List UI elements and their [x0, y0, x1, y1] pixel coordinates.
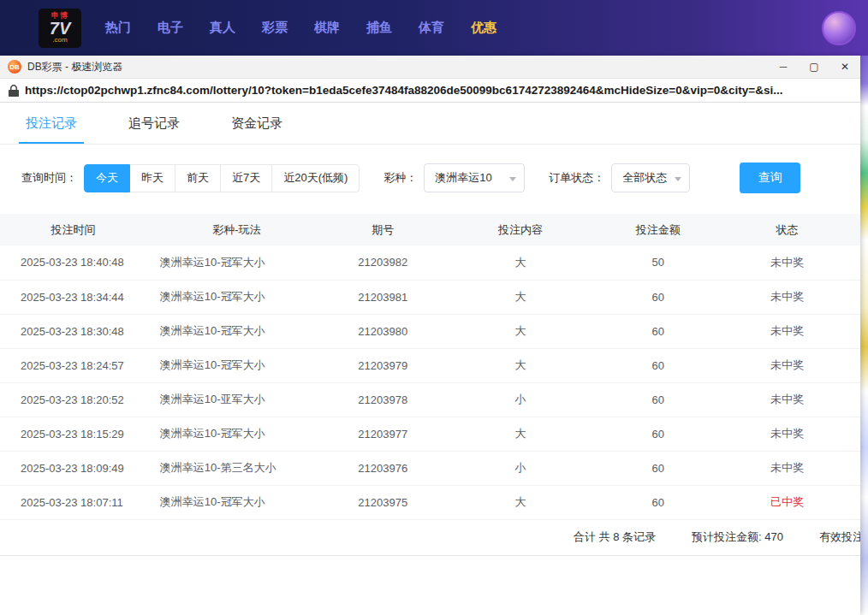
cell-issue: 21203980: [327, 314, 439, 348]
cell-game: 澳洲幸运10-亚军大小: [146, 382, 327, 417]
header-status: 状态: [714, 214, 860, 245]
cell-issue: 21203981: [327, 280, 439, 314]
cell-content: 大: [439, 314, 603, 348]
chevron-down-icon: [509, 177, 516, 181]
main-nav: 热门电子真人彩票棋牌捕鱼体育优惠: [105, 20, 523, 36]
cell-issue: 21203979: [327, 348, 439, 382]
logo-main-text: 7V: [50, 20, 70, 37]
lottery-select-value: 澳洲幸运10: [435, 170, 491, 186]
cell-issue: 21203978: [327, 382, 439, 417]
header-bet-amount: 投注金额: [602, 214, 714, 245]
table-body: 2025-03-23 18:40:48澳洲幸运10-冠军大小21203982大5…: [0, 245, 860, 519]
record-tabs: 投注记录 追号记录 资金记录: [0, 103, 860, 145]
bet-records-table: 投注时间 彩种-玩法 期号 投注内容 投注金额 状态 2025-03-23 18…: [0, 214, 860, 520]
nav-item[interactable]: 电子: [158, 20, 183, 36]
chevron-down-icon: [675, 177, 681, 181]
cell-status: 未中奖: [714, 245, 860, 280]
browser-window: DB DB彩票 - 极速浏览器 ─ ▢ ✕ https://ctop02pchw…: [0, 56, 860, 615]
lottery-filter-label: 彩种：: [383, 170, 417, 186]
header-bet-content: 投注内容: [439, 214, 603, 245]
cell-content: 大: [439, 245, 603, 280]
cell-issue: 21203976: [327, 451, 439, 485]
cell-status: 未中奖: [714, 314, 860, 348]
time-filter-option[interactable]: 近7天: [220, 164, 272, 192]
address-bar[interactable]: https://ctop02pchwp1.zfnc84.com/lottery/…: [0, 79, 860, 103]
table-row: 2025-03-23 18:34:44澳洲幸运10-冠军大小21203981大6…: [0, 280, 860, 314]
cell-issue: 21203977: [327, 417, 439, 451]
cell-time: 2025-03-23 18:30:48: [0, 314, 146, 348]
tab-fund-records[interactable]: 资金记录: [224, 103, 289, 144]
nav-item[interactable]: 棋牌: [314, 20, 340, 36]
cell-time: 2025-03-23 18:24:57: [0, 348, 146, 382]
status-filter-label: 订单状态：: [549, 170, 604, 186]
nav-item[interactable]: 体育: [419, 20, 444, 36]
table-row: 2025-03-23 18:09:49澳洲幸运10-第三名大小21203976小…: [0, 451, 860, 485]
cell-issue: 21203982: [327, 245, 439, 280]
cell-time: 2025-03-23 18:09:49: [0, 451, 146, 485]
tab-chase-records[interactable]: 追号记录: [122, 103, 187, 144]
header-issue: 期号: [327, 214, 439, 245]
background-page-sliver: [860, 56, 868, 615]
summary-total: 合计 共 8 条记录: [574, 529, 656, 545]
lock-icon: [9, 85, 19, 97]
cell-content: 大: [439, 417, 603, 451]
window-titlebar[interactable]: DB DB彩票 - 极速浏览器 ─ ▢ ✕: [0, 56, 860, 79]
nav-item[interactable]: 优惠: [471, 20, 496, 36]
window-controls: ─ ▢ ✕: [768, 56, 860, 78]
time-filter-option[interactable]: 昨天: [129, 164, 175, 192]
cell-status: 未中奖: [714, 417, 860, 451]
cell-amount: 60: [602, 382, 714, 417]
site-logo[interactable]: 申博 7V .com: [39, 9, 81, 48]
window-title: DB彩票 - 极速浏览器: [27, 60, 122, 74]
cell-status: 已中奖: [714, 485, 860, 519]
cell-game: 澳洲幸运10-冠军大小: [146, 348, 327, 382]
table-row: 2025-03-23 18:07:11澳洲幸运10-冠军大小21203975大6…: [0, 485, 860, 519]
cell-status: 未中奖: [714, 280, 860, 314]
table-row: 2025-03-23 18:30:48澳洲幸运10-冠军大小21203980大6…: [0, 314, 860, 348]
time-filter-option[interactable]: 前天: [175, 164, 221, 192]
cell-status: 未中奖: [714, 451, 860, 485]
tab-bet-records[interactable]: 投注记录: [19, 103, 84, 144]
url-text: https://ctop02pchwp1.zfnc84.com/lottery/…: [25, 84, 782, 97]
screen: 申博 7V .com 热门电子真人彩票棋牌捕鱼体育优惠 DB DB彩票 - 极速…: [0, 0, 868, 615]
header-bet-time: 投注时间: [0, 214, 146, 245]
cell-status: 未中奖: [714, 348, 860, 382]
cell-amount: 60: [602, 417, 714, 451]
time-filter-label: 查询时间：: [21, 170, 77, 186]
lottery-select[interactable]: 澳洲幸运10: [424, 163, 525, 192]
cell-status: 未中奖: [714, 382, 860, 417]
cell-game: 澳洲幸运10-第三名大小: [146, 451, 327, 485]
cell-amount: 60: [602, 280, 714, 314]
cell-game: 澳洲幸运10-冠军大小: [146, 280, 327, 314]
cell-amount: 60: [602, 485, 714, 519]
header-game: 彩种-玩法: [146, 214, 327, 245]
time-filter-option[interactable]: 今天: [84, 164, 130, 192]
table-header: 投注时间 彩种-玩法 期号 投注内容 投注金额 状态: [0, 214, 860, 245]
cell-time: 2025-03-23 18:34:44: [0, 280, 146, 314]
filter-bar: 查询时间： 今天昨天前天近7天近20天(低频) 彩种： 澳洲幸运10 订单状态：…: [21, 163, 860, 193]
cell-time: 2025-03-23 18:20:52: [0, 382, 146, 417]
table-row: 2025-03-23 18:20:52澳洲幸运10-亚军大小21203978小6…: [0, 382, 860, 417]
search-button[interactable]: 查询: [740, 163, 800, 193]
table-row: 2025-03-23 18:40:48澳洲幸运10-冠军大小21203982大5…: [0, 245, 860, 280]
nav-item[interactable]: 捕鱼: [366, 20, 392, 36]
site-topbar: 申博 7V .com 热门电子真人彩票棋牌捕鱼体育优惠: [0, 0, 868, 56]
nav-item[interactable]: 热门: [105, 20, 131, 36]
cell-amount: 60: [602, 314, 714, 348]
close-button[interactable]: ✕: [829, 56, 860, 78]
nav-item[interactable]: 真人: [210, 20, 235, 36]
nav-item[interactable]: 彩票: [262, 20, 288, 36]
user-avatar[interactable]: [822, 11, 856, 45]
summary-valid: 有效投注金额: [819, 529, 860, 545]
page-content: 投注记录 追号记录 资金记录 查询时间： 今天昨天前天近7天近20天(低频) 彩…: [0, 103, 860, 556]
maximize-button[interactable]: ▢: [799, 56, 829, 78]
cell-content: 大: [439, 485, 603, 519]
summary-bar: 合计 共 8 条记录 预计投注金额: 470 有效投注金额: [0, 520, 860, 556]
table-row: 2025-03-23 18:15:29澳洲幸运10-冠军大小21203977大6…: [0, 417, 860, 451]
time-filter-option[interactable]: 近20天(低频): [271, 164, 360, 192]
minimize-button[interactable]: ─: [768, 56, 799, 78]
cell-time: 2025-03-23 18:40:48: [0, 245, 146, 280]
cell-content: 大: [439, 280, 603, 314]
cell-game: 澳洲幸运10-冠军大小: [146, 417, 327, 451]
order-status-select[interactable]: 全部状态: [611, 163, 690, 192]
